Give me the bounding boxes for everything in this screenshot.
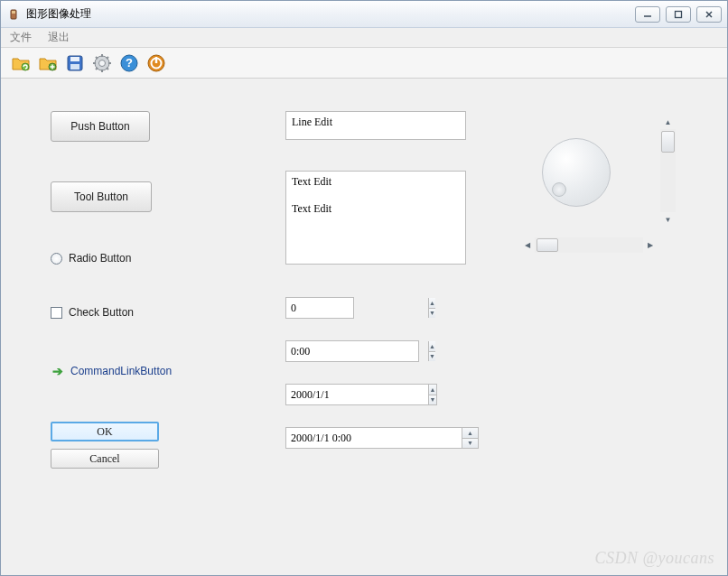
svg-point-6 — [22, 63, 29, 70]
datetime-up-button[interactable]: ▲ — [462, 428, 478, 439]
folder-refresh-icon[interactable] — [10, 52, 32, 74]
help-icon[interactable]: ? — [118, 52, 140, 74]
middle-column: Line Edit Text Edit Text Edit ▲ ▼ ▲ ▼ — [285, 111, 466, 449]
content-area: Push Button Tool Button Radio Button Che… — [1, 79, 727, 575]
window-controls — [635, 6, 722, 23]
power-icon[interactable] — [145, 52, 167, 74]
svg-rect-12 — [70, 64, 79, 70]
dial[interactable] — [542, 138, 611, 207]
watermark: CSDN @youcans — [594, 549, 714, 568]
hscroll-track[interactable] — [535, 237, 643, 253]
svg-rect-11 — [70, 57, 79, 61]
spin-down-button[interactable]: ▼ — [429, 309, 435, 319]
svg-line-21 — [107, 57, 108, 59]
hscroll-thumb[interactable] — [537, 238, 558, 252]
command-link-button[interactable]: ➔ CommandLinkButton — [51, 360, 231, 382]
datetime-down-button[interactable]: ▼ — [462, 439, 478, 449]
vertical-scrollbar[interactable]: ▲ ▼ — [660, 115, 676, 227]
check-button[interactable]: Check Button — [51, 306, 231, 319]
scroll-up-button[interactable]: ▲ — [660, 115, 676, 129]
svg-line-22 — [96, 68, 98, 70]
close-button[interactable] — [696, 6, 722, 23]
ok-button[interactable]: OK — [51, 422, 159, 441]
scroll-down-button[interactable]: ▼ — [660, 212, 676, 227]
svg-text:?: ? — [126, 56, 133, 70]
menu-file[interactable]: 文件 — [6, 28, 35, 47]
time-edit[interactable]: ▲ ▼ — [285, 340, 419, 362]
datetime-input[interactable] — [286, 428, 462, 448]
date-down-button[interactable]: ▼ — [429, 395, 436, 405]
vscroll-thumb[interactable] — [661, 131, 675, 153]
date-input[interactable] — [286, 385, 428, 404]
save-icon[interactable] — [64, 52, 86, 74]
spin-up-button[interactable]: ▲ — [429, 298, 435, 309]
push-button[interactable]: Push Button — [51, 111, 150, 142]
svg-rect-3 — [676, 11, 682, 17]
window-title: 图形图像处理 — [26, 6, 635, 22]
time-down-button[interactable]: ▼ — [429, 352, 435, 362]
radio-button[interactable]: Radio Button — [51, 252, 231, 265]
datetime-edit[interactable]: ▲ ▼ — [285, 427, 479, 449]
svg-line-20 — [107, 68, 108, 70]
toolbar: ? — [1, 48, 727, 79]
left-column: Push Button Tool Button Radio Button Che… — [51, 111, 231, 476]
command-link-label: CommandLinkButton — [70, 365, 172, 377]
date-spin-buttons: ▲ ▼ — [428, 385, 436, 404]
radio-label: Radio Button — [69, 252, 131, 265]
time-input[interactable] — [286, 341, 428, 361]
date-up-button[interactable]: ▲ — [429, 385, 436, 395]
check-label: Check Button — [69, 306, 134, 319]
menu-exit[interactable]: 退出 — [44, 28, 73, 47]
svg-point-14 — [99, 60, 106, 66]
vscroll-track[interactable] — [660, 129, 676, 212]
spin-buttons: ▲ ▼ — [428, 298, 435, 318]
arrow-right-icon: ➔ — [52, 364, 63, 378]
app-window: 图形图像处理 文件 退出 ? — [0, 0, 728, 576]
line-edit[interactable]: Line Edit — [285, 111, 466, 140]
scroll-left-button[interactable]: ◀ — [520, 237, 535, 253]
folder-add-icon[interactable] — [37, 52, 59, 74]
dialog-button-box: OK Cancel — [51, 422, 159, 469]
datetime-spin-buttons: ▲ ▼ — [462, 428, 478, 448]
radio-indicator — [51, 253, 62, 265]
menubar: 文件 退出 — [1, 28, 727, 48]
right-column: ▲ ▼ ◀ ▶ — [520, 111, 683, 292]
svg-rect-1 — [12, 11, 15, 14]
check-indicator — [51, 307, 62, 319]
tool-button[interactable]: Tool Button — [51, 181, 152, 212]
text-edit[interactable]: Text Edit Text Edit — [285, 171, 466, 265]
app-icon — [6, 7, 21, 22]
cancel-button[interactable]: Cancel — [51, 449, 159, 469]
time-spin-buttons: ▲ ▼ — [428, 341, 435, 361]
minimize-button[interactable] — [635, 6, 660, 23]
svg-line-19 — [96, 57, 98, 59]
spin-input[interactable] — [286, 298, 428, 318]
scroll-right-button[interactable]: ▶ — [643, 237, 658, 253]
date-edit[interactable]: ▲ ▼ — [285, 384, 437, 405]
horizontal-scrollbar[interactable]: ◀ ▶ — [520, 237, 658, 253]
spin-box[interactable]: ▲ ▼ — [285, 297, 354, 319]
time-up-button[interactable]: ▲ — [429, 341, 435, 352]
gear-icon[interactable] — [91, 52, 113, 74]
titlebar: 图形图像处理 — [1, 1, 727, 28]
maximize-button[interactable] — [666, 6, 691, 23]
